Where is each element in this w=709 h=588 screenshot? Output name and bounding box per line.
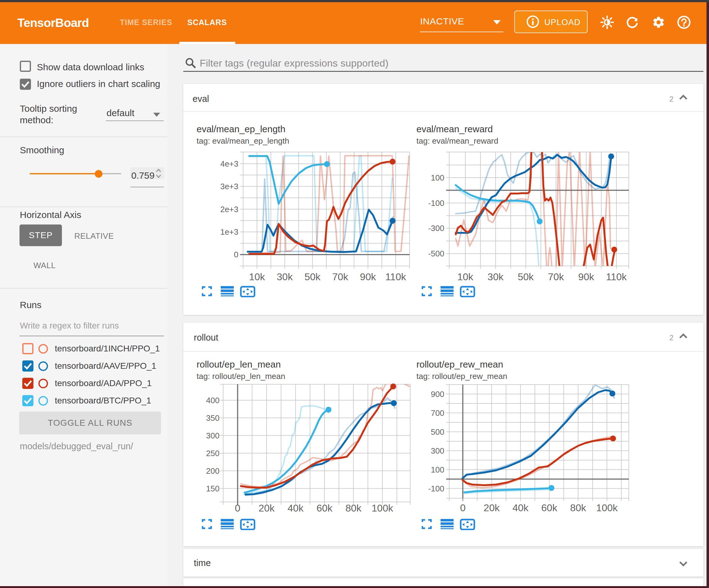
svg-text:400: 400 [206, 396, 219, 405]
svg-text:3e+3: 3e+3 [220, 182, 238, 191]
svg-text:350: 350 [206, 413, 219, 423]
svg-text:90k: 90k [578, 271, 595, 282]
svg-text:60k: 60k [541, 502, 558, 513]
svg-text:200: 200 [206, 466, 219, 476]
svg-text:250: 250 [206, 449, 219, 458]
svg-text:80k: 80k [570, 502, 586, 513]
svg-text:50k: 50k [518, 271, 534, 282]
svg-text:150: 150 [206, 484, 219, 493]
svg-text:900: 900 [431, 389, 444, 399]
svg-text:1e+3: 1e+3 [220, 227, 238, 236]
svg-text:70k: 70k [548, 271, 564, 282]
svg-text:100: 100 [431, 465, 444, 475]
svg-text:50k: 50k [304, 271, 321, 282]
svg-text:-300: -300 [428, 224, 444, 233]
svg-text:10k: 10k [457, 271, 474, 282]
svg-text:300: 300 [431, 446, 444, 456]
svg-text:40k: 40k [513, 502, 529, 513]
svg-text:300: 300 [206, 431, 219, 440]
svg-text:70k: 70k [332, 271, 349, 282]
svg-text:20k: 20k [483, 502, 500, 513]
svg-text:700: 700 [431, 408, 444, 418]
svg-text:90k: 90k [360, 271, 376, 282]
svg-text:30k: 30k [277, 271, 293, 282]
svg-text:2e+3: 2e+3 [220, 205, 238, 214]
svg-text:-100: -100 [428, 484, 444, 493]
svg-text:30k: 30k [488, 271, 504, 282]
svg-text:0: 0 [234, 250, 238, 259]
svg-text:40k: 40k [288, 503, 304, 514]
svg-text:0: 0 [460, 502, 466, 513]
svg-text:20k: 20k [259, 503, 275, 514]
svg-text:500: 500 [431, 427, 444, 437]
svg-text:80k: 80k [345, 503, 362, 514]
svg-text:60k: 60k [316, 503, 333, 514]
svg-text:110k: 110k [606, 271, 627, 282]
svg-text:4e+3: 4e+3 [220, 159, 238, 169]
svg-text:-500: -500 [428, 249, 444, 258]
svg-text:100: 100 [431, 173, 444, 182]
svg-text:100k: 100k [596, 502, 618, 513]
svg-text:10k: 10k [249, 271, 265, 282]
svg-text:-100: -100 [428, 199, 444, 208]
svg-text:100k: 100k [371, 503, 393, 514]
svg-text:0: 0 [235, 503, 241, 514]
